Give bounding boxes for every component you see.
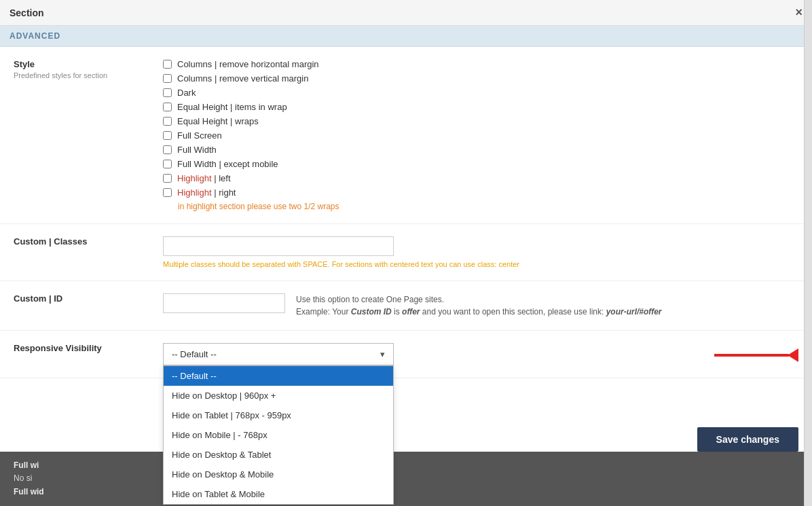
- custom-classes-label-col: Custom | Classes: [14, 236, 163, 247]
- responsive-label-col: Responsive Visibility: [14, 343, 163, 353]
- checkbox-item: Highlight | right: [163, 187, 798, 198]
- checkbox-full-width-except-mobile[interactable]: [163, 160, 172, 168]
- style-label-col: Style Predefined styles for section: [14, 59, 163, 79]
- custom-id-label-col: Custom | ID: [14, 293, 163, 304]
- checkbox-item: Equal Height | items in wrap: [163, 102, 798, 112]
- bg-content: Full wi No si Full wid: [14, 459, 44, 499]
- dropdown-option-hide-mobile[interactable]: Hide on Mobile | - 768px: [164, 425, 393, 445]
- scrollbar[interactable]: [804, 0, 812, 506]
- save-button-bar: Save changes: [697, 427, 798, 452]
- close-button[interactable]: ×: [795, 5, 802, 20]
- checkbox-label-columns-remove-vertical: Columns | remove vertical margin: [177, 73, 308, 84]
- dropdown-option-hide-desktop[interactable]: Hide on Desktop | 960px +: [164, 386, 393, 405]
- save-changes-button[interactable]: Save changes: [697, 427, 798, 452]
- style-label: Style: [14, 59, 149, 69]
- bg-line1: Full wi: [14, 460, 39, 470]
- dropdown-option-default[interactable]: -- Default --: [164, 366, 393, 386]
- responsive-selected-value: -- Default --: [172, 349, 217, 359]
- checkbox-item: Equal Height | wraps: [163, 116, 798, 126]
- checkbox-equal-height-wraps[interactable]: [163, 117, 172, 126]
- responsive-select-wrapper: -- Default -- ▾ -- Default -- Hide on De…: [163, 343, 394, 365]
- checkbox-columns-remove-horizontal[interactable]: [163, 60, 172, 69]
- checkbox-highlight-right[interactable]: [163, 188, 172, 197]
- checkbox-label-full-screen: Full Screen: [177, 130, 222, 141]
- modal-title-bar: Section ×: [0, 0, 812, 26]
- checkbox-item: Full Width: [163, 145, 798, 155]
- custom-classes-row: Custom | Classes Multiple classes should…: [0, 224, 812, 281]
- checkbox-item: Columns | remove vertical margin: [163, 73, 798, 84]
- style-row: Style Predefined styles for section Colu…: [0, 47, 812, 224]
- dropdown-option-hide-desktop-tablet[interactable]: Hide on Desktop & Tablet: [164, 445, 393, 465]
- checkbox-columns-remove-vertical[interactable]: [163, 74, 172, 83]
- custom-classes-label: Custom | Classes: [14, 236, 149, 247]
- arrow-indicator: [714, 348, 798, 362]
- custom-classes-hint: Multiple classes should be separated wit…: [163, 260, 798, 268]
- bg-line3: Full wid: [14, 487, 44, 496]
- checkbox-dark[interactable]: [163, 88, 172, 97]
- dropdown-option-hide-desktop-mobile[interactable]: Hide on Desktop & Mobile: [164, 465, 393, 484]
- dropdown-option-hide-tablet[interactable]: Hide on Tablet | 768px - 959px: [164, 405, 393, 425]
- checkbox-label-equal-height-wraps: Equal Height | wraps: [177, 116, 259, 126]
- style-description: Predefined styles for section: [14, 71, 149, 79]
- custom-classes-control-col: Multiple classes should be separated wit…: [163, 236, 798, 268]
- custom-id-input[interactable]: [163, 293, 285, 313]
- checkbox-item: Columns | remove horizontal margin: [163, 59, 798, 69]
- bg-overlay: Full wi No si Full wid: [0, 452, 812, 506]
- responsive-label: Responsive Visibility: [14, 343, 149, 353]
- checkbox-label-columns-remove-horizontal: Columns | remove horizontal margin: [177, 59, 319, 69]
- chevron-down-icon: ▾: [380, 349, 385, 359]
- custom-id-hint: Use this option to create One Page sites…: [296, 293, 661, 318]
- style-control-col: Columns | remove horizontal margin Colum…: [163, 59, 798, 211]
- checkbox-label-full-width-except-mobile: Full Width | except mobile: [177, 159, 278, 169]
- modal-wrapper: Section × ADVANCED Style Predefined styl…: [0, 0, 812, 506]
- checkbox-equal-height-items[interactable]: [163, 103, 172, 111]
- responsive-control-col: -- Default -- ▾ -- Default -- Hide on De…: [163, 343, 702, 365]
- custom-classes-input[interactable]: [163, 236, 394, 256]
- checkbox-item: Highlight | left: [163, 173, 798, 183]
- checkbox-item: Full Width | except mobile: [163, 159, 798, 169]
- custom-id-control-col: Use this option to create One Page sites…: [163, 293, 798, 318]
- custom-id-input-row: Use this option to create One Page sites…: [163, 293, 798, 318]
- responsive-select[interactable]: -- Default -- ▾: [163, 343, 394, 365]
- checkbox-item: Dark: [163, 88, 798, 98]
- responsive-visibility-row: Responsive Visibility -- Default -- ▾ --…: [0, 331, 812, 378]
- bg-line2: No si: [14, 473, 32, 483]
- checkbox-label-equal-height-items: Equal Height | items in wrap: [177, 102, 287, 112]
- highlight-note: in highlight section please use two 1/2 …: [178, 202, 798, 211]
- checkbox-label-highlight-left: Highlight | left: [177, 173, 231, 183]
- checkbox-label-full-width: Full Width: [177, 145, 217, 155]
- checkbox-label-dark: Dark: [177, 88, 196, 98]
- checkbox-item: Full Screen: [163, 130, 798, 141]
- checkbox-highlight-left[interactable]: [163, 174, 172, 183]
- responsive-dropdown-menu: -- Default -- Hide on Desktop | 960px + …: [163, 365, 394, 505]
- checkbox-full-screen[interactable]: [163, 131, 172, 140]
- custom-id-row: Custom | ID Use this option to create On…: [0, 281, 812, 331]
- custom-id-label: Custom | ID: [14, 293, 149, 304]
- modal-title: Section: [10, 7, 44, 18]
- red-arrow-icon: [714, 348, 798, 362]
- checkbox-full-width[interactable]: [163, 145, 172, 154]
- checkbox-label-highlight-right: Highlight | right: [177, 187, 236, 198]
- advanced-tab[interactable]: ADVANCED: [0, 26, 812, 47]
- dropdown-option-hide-tablet-mobile[interactable]: Hide on Tablet & Mobile: [164, 484, 393, 504]
